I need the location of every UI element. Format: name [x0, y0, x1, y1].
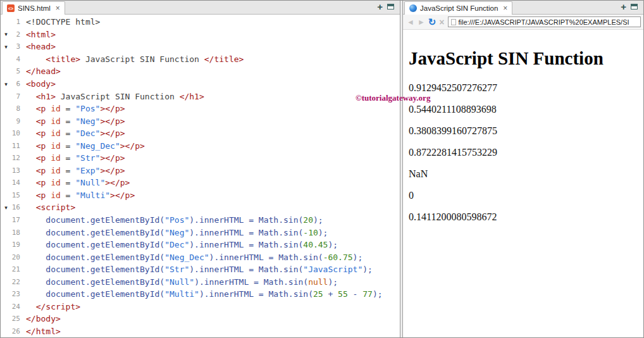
code-text[interactable]: <p id = "Str"></p> [26, 153, 125, 163]
code-token [26, 240, 46, 249]
code-token: id [51, 141, 61, 151]
new-tab-icon[interactable]: + [621, 2, 626, 11]
code-line: ▾16 <script> [1, 201, 400, 214]
browser-tab[interactable]: JavaScript SIN Function × [404, 1, 512, 15]
code-text[interactable]: <p id = "Exp"></p> [26, 166, 125, 175]
output-list: 0.91294525072762770.54402111088936980.38… [409, 82, 640, 223]
code-token: document.getElementById( [46, 228, 164, 237]
code-token: ).innerHTML = Math.sin( [199, 289, 313, 299]
code-token: <p [36, 104, 46, 113]
code-text[interactable]: document.getElementById("Null").innerHTM… [26, 277, 338, 287]
code-token: "Str" [75, 153, 100, 163]
code-text[interactable]: <head> [26, 42, 56, 51]
code-token: id [51, 178, 61, 187]
code-text[interactable]: document.getElementById("Str").innerHTML… [26, 265, 373, 274]
fold-arrow-icon[interactable]: ▾ [1, 204, 11, 211]
code-line: 21 document.getElementById("Str").innerH… [1, 263, 400, 276]
line-number: 2 [11, 30, 26, 39]
output-value: 0.1411200080598672 [409, 211, 640, 223]
code-token: ></p> [120, 141, 145, 151]
code-token: ); [373, 289, 383, 299]
code-text[interactable]: document.getElementById("Dec").innerHTML… [26, 240, 338, 249]
code-text[interactable]: <!DOCTYPE html> [26, 17, 100, 27]
code-text[interactable]: <p id = "Neg_Dec"></p> [26, 141, 145, 151]
line-number: 13 [11, 166, 26, 175]
forward-icon[interactable]: ► [418, 18, 425, 26]
code-token: ></p> [100, 116, 125, 126]
line-number: 3 [11, 42, 26, 51]
code-text[interactable]: </html> [26, 327, 61, 336]
code-token [46, 128, 51, 138]
code-text[interactable]: <body> [26, 79, 56, 89]
fold-arrow-icon[interactable]: ▾ [1, 31, 11, 37]
code-token: <head> [26, 42, 56, 51]
code-token: - [348, 289, 362, 299]
line-number: 18 [11, 228, 26, 237]
code-token: 40.45 [303, 240, 328, 249]
code-token [46, 166, 51, 175]
fold-arrow-icon[interactable]: ▾ [1, 44, 11, 50]
editor-tab[interactable]: <> SINS.html × [2, 1, 65, 15]
code-token [26, 166, 36, 175]
code-token [26, 215, 46, 225]
code-token: ></p> [100, 128, 125, 138]
code-token: <html> [26, 30, 56, 39]
close-icon[interactable]: × [503, 4, 507, 13]
code-text[interactable]: </head> [26, 66, 61, 76]
code-token: <p [36, 128, 46, 138]
code-token: JavaScript SIN Function [56, 92, 180, 101]
code-token: = [61, 141, 75, 151]
code-text[interactable]: <p id = "Null"></p> [26, 178, 130, 187]
code-text[interactable]: document.getElementById("Pos").innerHTML… [26, 215, 323, 225]
code-text[interactable]: </body> [26, 314, 61, 323]
code-editor[interactable]: 1<!DOCTYPE html>▾2<html>▾3<head>4 <title… [1, 15, 400, 337]
code-token: "Exp" [75, 166, 100, 175]
code-text[interactable]: <p id = "Multi"></p> [26, 191, 135, 200]
back-icon[interactable]: ◄ [407, 18, 414, 26]
code-token [26, 141, 36, 151]
code-text[interactable]: document.getElementById("Multi").innerHT… [26, 289, 383, 299]
code-token: ); [353, 253, 363, 262]
code-text[interactable]: document.getElementById("Neg").innerHTML… [26, 228, 328, 237]
code-token: <script> [36, 203, 76, 212]
code-text[interactable]: <p id = "Dec"></p> [26, 128, 125, 138]
code-token [26, 92, 36, 101]
code-line: 9 <p id = "Neg"></p> [1, 115, 400, 127]
stop-icon[interactable]: × [439, 18, 444, 27]
close-icon[interactable]: × [56, 4, 60, 13]
code-token: = [61, 153, 75, 163]
split-window-icon[interactable] [631, 4, 638, 9]
new-tab-icon[interactable]: + [377, 2, 383, 11]
code-text[interactable]: <html> [26, 30, 56, 39]
address-bar[interactable]: file:///E:/JAVASCRIPT/JAVASCRIPT%20EXAMP… [448, 16, 641, 27]
page-heading: JavaScript SIN Function [409, 48, 640, 69]
code-token [46, 141, 51, 151]
split-window-icon[interactable] [387, 4, 394, 9]
code-text[interactable]: <h1> JavaScript SIN Function </h1> [26, 92, 204, 101]
refresh-icon[interactable]: ↻ [428, 17, 437, 27]
code-token: ).innerHTML = Math.sin( [189, 240, 303, 249]
code-token: null [308, 277, 328, 287]
fold-arrow-icon[interactable]: ▾ [1, 81, 11, 87]
code-line: 8 <p id = "Pos"></p> [1, 103, 400, 115]
code-text[interactable]: <p id = "Pos"></p> [26, 104, 125, 113]
code-token: 77 [362, 289, 373, 299]
browser-tab-title: JavaScript SIN Function [420, 4, 498, 12]
code-token [46, 191, 51, 200]
code-token: -60.75 [323, 253, 353, 262]
editor-tabbar: <> SINS.html × + [1, 1, 400, 15]
line-number: 9 [11, 117, 26, 125]
code-token: ).innerHTML = Math.sin( [189, 215, 303, 225]
code-text[interactable]: <title> JavaScript SIN Function </title> [26, 54, 244, 64]
code-text[interactable]: <p id = "Neg"></p> [26, 116, 125, 126]
code-text[interactable]: document.getElementById("Neg_Dec").inner… [26, 253, 362, 262]
code-text[interactable]: </script> [26, 302, 80, 311]
code-line: ▾6<body> [1, 78, 400, 91]
code-token: "Neg_Dec" [164, 253, 209, 262]
code-token [26, 302, 36, 311]
code-token: = [61, 166, 75, 175]
code-token: 25 [313, 289, 323, 299]
code-text[interactable]: <script> [26, 203, 75, 212]
output-value: 0.8722281415753229 [409, 147, 640, 158]
code-token: ).innerHTML = Math.sin( [194, 277, 308, 287]
